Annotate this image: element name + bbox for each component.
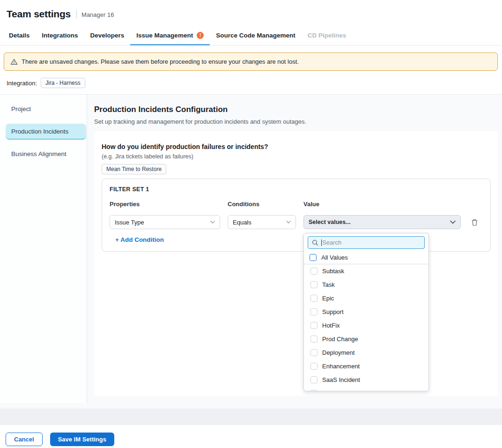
search-placeholder-text: Search bbox=[322, 239, 341, 246]
bottom-spacer bbox=[0, 409, 502, 424]
conditions-select-value: Equals bbox=[233, 219, 251, 226]
checkbox-epic[interactable] bbox=[310, 295, 317, 302]
option-enhancement-label: Enhancement bbox=[322, 363, 360, 370]
sidebar-item-project-label: Project bbox=[11, 105, 31, 112]
tab-developers[interactable]: Developers bbox=[84, 26, 131, 45]
sidebar-item-production-incidents[interactable]: Production Incidents bbox=[6, 124, 86, 140]
value-select-wrap: Select values... bbox=[303, 215, 461, 229]
sidebar-item-business-alignment[interactable]: Business Alignment bbox=[6, 146, 86, 162]
option-task[interactable]: Task bbox=[304, 278, 428, 291]
tab-details[interactable]: Details bbox=[3, 26, 36, 45]
integration-chip[interactable]: Jira - Harness bbox=[41, 78, 85, 88]
tab-details-label: Details bbox=[9, 32, 30, 39]
tab-issue-management[interactable]: Issue Management ! bbox=[130, 26, 210, 45]
delete-condition-button[interactable] bbox=[470, 218, 479, 226]
sidebar-item-project[interactable]: Project bbox=[6, 101, 86, 117]
option-support-label: Support bbox=[322, 308, 344, 315]
save-im-settings-button[interactable]: Save IM Settings bbox=[50, 433, 114, 446]
properties-select-value: Issue Type bbox=[115, 219, 144, 226]
tab-source-code-management[interactable]: Source Code Management bbox=[210, 26, 302, 45]
option-all-values[interactable]: All Values bbox=[304, 251, 428, 264]
page-header: Team settings Manager 16 bbox=[0, 0, 502, 26]
option-prod-change-label: Prod Change bbox=[322, 336, 358, 343]
question-hint: (e.g. Jira tickets labeled as failures) bbox=[102, 153, 491, 160]
option-hotfix[interactable]: HotFix bbox=[304, 319, 428, 332]
question-heading: How do you identify production failures … bbox=[102, 143, 491, 150]
text-caret bbox=[321, 239, 322, 246]
checkbox-subtask[interactable] bbox=[310, 268, 317, 275]
value-multiselect[interactable]: Select values... bbox=[303, 215, 461, 229]
option-subtask-label: Subtask bbox=[322, 268, 344, 275]
checkbox-support[interactable] bbox=[310, 308, 317, 315]
value-select-placeholder: Select values... bbox=[309, 219, 351, 225]
option-saas-incident-label: SaaS Incident bbox=[322, 376, 360, 383]
tab-integrations[interactable]: Integrations bbox=[36, 26, 84, 45]
option-epic[interactable]: Epic bbox=[304, 291, 428, 305]
option-enhancement[interactable]: Enhancement bbox=[304, 359, 428, 373]
unsaved-changes-banner: There are unsaved changes. Please save t… bbox=[4, 52, 498, 71]
section-title: Production Incidents Configuration bbox=[94, 105, 498, 114]
chevron-down-icon bbox=[286, 221, 291, 224]
footer-actions: Cancel Save IM Settings bbox=[0, 424, 502, 448]
properties-select[interactable]: Issue Type bbox=[110, 215, 220, 229]
dropdown-option-list: Subtask Task Epic Support HotFix Prod Ch… bbox=[304, 264, 428, 391]
option-deployment-label: Deployment bbox=[322, 349, 354, 356]
option-subtask[interactable]: Subtask bbox=[304, 264, 428, 278]
cancel-button[interactable]: Cancel bbox=[6, 433, 43, 446]
tab-developers-label: Developers bbox=[90, 32, 125, 39]
filter-set-title: FILTER SET 1 bbox=[110, 186, 483, 193]
option-all-values-label: All Values bbox=[321, 254, 348, 261]
conditions-select[interactable]: Equals bbox=[228, 215, 296, 229]
option-customer-notification[interactable]: Customer Notification bbox=[304, 387, 428, 391]
tab-source-code-management-label: Source Code Management bbox=[216, 32, 295, 39]
main-panel: Production Incidents Configuration Set u… bbox=[87, 95, 502, 409]
checkbox-all-values[interactable] bbox=[310, 254, 317, 261]
option-prod-change[interactable]: Prod Change bbox=[304, 332, 428, 346]
option-deployment[interactable]: Deployment bbox=[304, 346, 428, 359]
conditions-column-label: Conditions bbox=[228, 201, 296, 208]
tab-integrations-label: Integrations bbox=[42, 32, 78, 39]
config-sidebar: Project Production Incidents Business Al… bbox=[0, 95, 87, 403]
filter-condition-row: Issue Type Equals Select values... bbox=[110, 215, 483, 229]
incidents-config-card: How do you identify production failures … bbox=[94, 131, 498, 396]
filter-set-card: FILTER SET 1 Properties Conditions Value… bbox=[102, 179, 491, 252]
tab-cd-pipelines-label: CD Pipelines bbox=[308, 32, 347, 39]
content-region: Project Production Incidents Business Al… bbox=[0, 94, 502, 409]
unsaved-changes-text: There are unsaved changes. Please save t… bbox=[22, 58, 299, 65]
option-epic-label: Epic bbox=[322, 295, 334, 302]
sidebar-item-production-incidents-label: Production Incidents bbox=[11, 128, 68, 135]
chevron-down-icon bbox=[450, 220, 456, 224]
option-task-label: Task bbox=[322, 281, 335, 288]
checkbox-deployment[interactable] bbox=[310, 349, 317, 356]
value-column-label: Value bbox=[303, 201, 461, 208]
chevron-down-icon bbox=[210, 221, 215, 224]
filter-column-headers: Properties Conditions Value bbox=[110, 201, 483, 208]
checkbox-saas-incident[interactable] bbox=[310, 376, 317, 383]
integration-row: Integration: Jira - Harness bbox=[7, 77, 502, 89]
checkbox-prod-change[interactable] bbox=[310, 336, 317, 343]
add-condition-button[interactable]: + Add Condition bbox=[115, 236, 164, 243]
dropdown-search-input[interactable]: Search bbox=[308, 236, 425, 249]
team-name-label: Manager 16 bbox=[81, 10, 114, 18]
settings-tabbar: Details Integrations Developers Issue Ma… bbox=[0, 26, 502, 45]
metric-chip[interactable]: Mean Time to Restore bbox=[102, 164, 166, 174]
checkbox-enhancement[interactable] bbox=[310, 363, 317, 370]
sidebar-item-business-alignment-label: Business Alignment bbox=[11, 150, 66, 157]
value-dropdown-panel: Search All Values Subtask Task Epic bbox=[303, 233, 429, 391]
integration-label: Integration: bbox=[7, 80, 37, 87]
checkbox-task[interactable] bbox=[310, 281, 317, 288]
page-title: Team settings bbox=[7, 8, 71, 20]
option-saas-incident[interactable]: SaaS Incident bbox=[304, 373, 428, 387]
option-customer-notification-label: Customer Notification bbox=[322, 390, 380, 391]
warning-triangle-icon bbox=[10, 58, 18, 66]
title-separator bbox=[76, 10, 77, 18]
unsaved-warning-badge-icon: ! bbox=[197, 32, 204, 39]
trash-icon bbox=[471, 218, 478, 226]
team-settings-page: Team settings Manager 16 Details Integra… bbox=[0, 0, 502, 448]
tab-issue-management-label: Issue Management bbox=[136, 32, 193, 39]
option-support[interactable]: Support bbox=[304, 305, 428, 319]
checkbox-customer-notification[interactable] bbox=[310, 390, 317, 391]
option-hotfix-label: HotFix bbox=[322, 322, 340, 329]
checkbox-hotfix[interactable] bbox=[310, 322, 317, 329]
search-icon bbox=[312, 239, 318, 246]
